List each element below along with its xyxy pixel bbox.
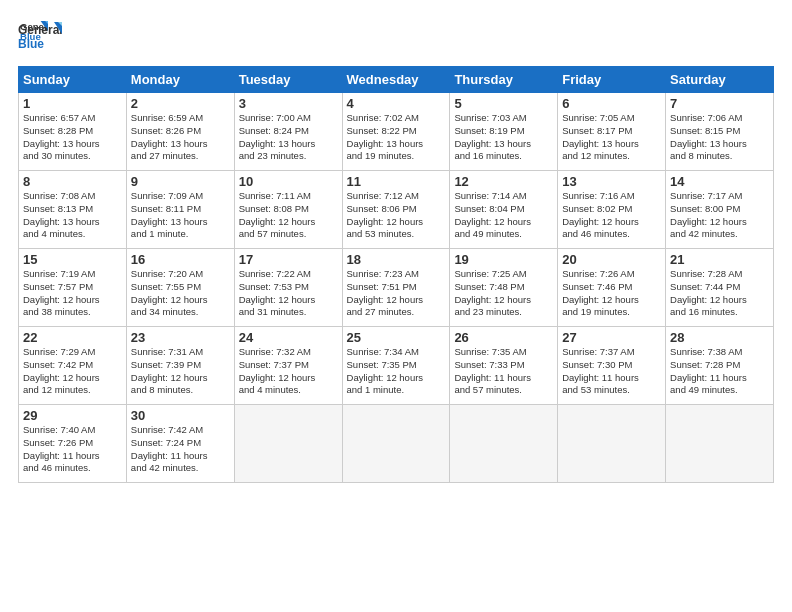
day-number: 9 <box>131 174 230 189</box>
weekday-header-sunday: Sunday <box>19 67 127 93</box>
calendar-week-5: 29Sunrise: 7:40 AMSunset: 7:26 PMDayligh… <box>19 405 774 483</box>
cell-text: Sunrise: 7:38 AMSunset: 7:28 PMDaylight:… <box>670 346 769 397</box>
calendar-cell <box>558 405 666 483</box>
day-number: 17 <box>239 252 338 267</box>
calendar-week-1: 1Sunrise: 6:57 AMSunset: 8:28 PMDaylight… <box>19 93 774 171</box>
calendar-cell: 15Sunrise: 7:19 AMSunset: 7:57 PMDayligh… <box>19 249 127 327</box>
calendar-cell: 14Sunrise: 7:17 AMSunset: 8:00 PMDayligh… <box>666 171 774 249</box>
logo: General Blue General Blue <box>18 18 62 56</box>
calendar-cell <box>342 405 450 483</box>
calendar-cell: 17Sunrise: 7:22 AMSunset: 7:53 PMDayligh… <box>234 249 342 327</box>
cell-text: Sunrise: 7:34 AMSunset: 7:35 PMDaylight:… <box>347 346 446 397</box>
day-number: 15 <box>23 252 122 267</box>
day-number: 12 <box>454 174 553 189</box>
cell-text: Sunrise: 7:05 AMSunset: 8:17 PMDaylight:… <box>562 112 661 163</box>
calendar-cell: 19Sunrise: 7:25 AMSunset: 7:48 PMDayligh… <box>450 249 558 327</box>
cell-text: Sunrise: 7:06 AMSunset: 8:15 PMDaylight:… <box>670 112 769 163</box>
cell-text: Sunrise: 7:42 AMSunset: 7:24 PMDaylight:… <box>131 424 230 475</box>
calendar-cell: 16Sunrise: 7:20 AMSunset: 7:55 PMDayligh… <box>126 249 234 327</box>
calendar-cell: 13Sunrise: 7:16 AMSunset: 8:02 PMDayligh… <box>558 171 666 249</box>
cell-text: Sunrise: 7:28 AMSunset: 7:44 PMDaylight:… <box>670 268 769 319</box>
calendar-cell <box>666 405 774 483</box>
day-number: 1 <box>23 96 122 111</box>
day-number: 22 <box>23 330 122 345</box>
calendar-cell: 8Sunrise: 7:08 AMSunset: 8:13 PMDaylight… <box>19 171 127 249</box>
svg-text:Blue: Blue <box>18 37 44 51</box>
calendar-cell: 1Sunrise: 6:57 AMSunset: 8:28 PMDaylight… <box>19 93 127 171</box>
cell-text: Sunrise: 7:32 AMSunset: 7:37 PMDaylight:… <box>239 346 338 397</box>
calendar-week-2: 8Sunrise: 7:08 AMSunset: 8:13 PMDaylight… <box>19 171 774 249</box>
day-number: 13 <box>562 174 661 189</box>
calendar-cell: 4Sunrise: 7:02 AMSunset: 8:22 PMDaylight… <box>342 93 450 171</box>
calendar-cell: 12Sunrise: 7:14 AMSunset: 8:04 PMDayligh… <box>450 171 558 249</box>
weekday-header-row: SundayMondayTuesdayWednesdayThursdayFrid… <box>19 67 774 93</box>
cell-text: Sunrise: 7:22 AMSunset: 7:53 PMDaylight:… <box>239 268 338 319</box>
calendar-cell: 22Sunrise: 7:29 AMSunset: 7:42 PMDayligh… <box>19 327 127 405</box>
cell-text: Sunrise: 7:19 AMSunset: 7:57 PMDaylight:… <box>23 268 122 319</box>
day-number: 8 <box>23 174 122 189</box>
calendar-cell: 9Sunrise: 7:09 AMSunset: 8:11 PMDaylight… <box>126 171 234 249</box>
cell-text: Sunrise: 7:26 AMSunset: 7:46 PMDaylight:… <box>562 268 661 319</box>
day-number: 14 <box>670 174 769 189</box>
weekday-header-wednesday: Wednesday <box>342 67 450 93</box>
cell-text: Sunrise: 7:20 AMSunset: 7:55 PMDaylight:… <box>131 268 230 319</box>
weekday-header-tuesday: Tuesday <box>234 67 342 93</box>
calendar-cell: 18Sunrise: 7:23 AMSunset: 7:51 PMDayligh… <box>342 249 450 327</box>
day-number: 6 <box>562 96 661 111</box>
day-number: 29 <box>23 408 122 423</box>
cell-text: Sunrise: 7:17 AMSunset: 8:00 PMDaylight:… <box>670 190 769 241</box>
calendar-cell <box>450 405 558 483</box>
weekday-header-thursday: Thursday <box>450 67 558 93</box>
day-number: 19 <box>454 252 553 267</box>
weekday-header-friday: Friday <box>558 67 666 93</box>
day-number: 26 <box>454 330 553 345</box>
cell-text: Sunrise: 7:40 AMSunset: 7:26 PMDaylight:… <box>23 424 122 475</box>
calendar-cell: 30Sunrise: 7:42 AMSunset: 7:24 PMDayligh… <box>126 405 234 483</box>
calendar-cell: 7Sunrise: 7:06 AMSunset: 8:15 PMDaylight… <box>666 93 774 171</box>
calendar-cell: 23Sunrise: 7:31 AMSunset: 7:39 PMDayligh… <box>126 327 234 405</box>
day-number: 5 <box>454 96 553 111</box>
day-number: 18 <box>347 252 446 267</box>
cell-text: Sunrise: 7:11 AMSunset: 8:08 PMDaylight:… <box>239 190 338 241</box>
cell-text: Sunrise: 7:16 AMSunset: 8:02 PMDaylight:… <box>562 190 661 241</box>
cell-text: Sunrise: 7:00 AMSunset: 8:24 PMDaylight:… <box>239 112 338 163</box>
day-number: 16 <box>131 252 230 267</box>
day-number: 21 <box>670 252 769 267</box>
cell-text: Sunrise: 7:35 AMSunset: 7:33 PMDaylight:… <box>454 346 553 397</box>
cell-text: Sunrise: 7:31 AMSunset: 7:39 PMDaylight:… <box>131 346 230 397</box>
calendar-cell: 10Sunrise: 7:11 AMSunset: 8:08 PMDayligh… <box>234 171 342 249</box>
day-number: 24 <box>239 330 338 345</box>
day-number: 3 <box>239 96 338 111</box>
calendar-cell: 28Sunrise: 7:38 AMSunset: 7:28 PMDayligh… <box>666 327 774 405</box>
day-number: 25 <box>347 330 446 345</box>
day-number: 2 <box>131 96 230 111</box>
day-number: 30 <box>131 408 230 423</box>
day-number: 4 <box>347 96 446 111</box>
calendar-cell: 5Sunrise: 7:03 AMSunset: 8:19 PMDaylight… <box>450 93 558 171</box>
calendar-cell: 11Sunrise: 7:12 AMSunset: 8:06 PMDayligh… <box>342 171 450 249</box>
calendar-cell: 20Sunrise: 7:26 AMSunset: 7:46 PMDayligh… <box>558 249 666 327</box>
calendar-cell: 29Sunrise: 7:40 AMSunset: 7:26 PMDayligh… <box>19 405 127 483</box>
day-number: 7 <box>670 96 769 111</box>
calendar-cell: 2Sunrise: 6:59 AMSunset: 8:26 PMDaylight… <box>126 93 234 171</box>
calendar-table: SundayMondayTuesdayWednesdayThursdayFrid… <box>18 66 774 483</box>
cell-text: Sunrise: 7:37 AMSunset: 7:30 PMDaylight:… <box>562 346 661 397</box>
calendar-week-3: 15Sunrise: 7:19 AMSunset: 7:57 PMDayligh… <box>19 249 774 327</box>
calendar-cell: 3Sunrise: 7:00 AMSunset: 8:24 PMDaylight… <box>234 93 342 171</box>
calendar-cell: 24Sunrise: 7:32 AMSunset: 7:37 PMDayligh… <box>234 327 342 405</box>
svg-text:General: General <box>18 23 62 37</box>
cell-text: Sunrise: 6:59 AMSunset: 8:26 PMDaylight:… <box>131 112 230 163</box>
cell-text: Sunrise: 7:23 AMSunset: 7:51 PMDaylight:… <box>347 268 446 319</box>
day-number: 28 <box>670 330 769 345</box>
calendar-cell: 6Sunrise: 7:05 AMSunset: 8:17 PMDaylight… <box>558 93 666 171</box>
cell-text: Sunrise: 7:29 AMSunset: 7:42 PMDaylight:… <box>23 346 122 397</box>
header: General Blue General Blue <box>18 18 774 56</box>
cell-text: Sunrise: 7:09 AMSunset: 8:11 PMDaylight:… <box>131 190 230 241</box>
day-number: 27 <box>562 330 661 345</box>
calendar-cell <box>234 405 342 483</box>
weekday-header-monday: Monday <box>126 67 234 93</box>
day-number: 23 <box>131 330 230 345</box>
day-number: 11 <box>347 174 446 189</box>
logo-svg: General Blue <box>18 20 62 56</box>
day-number: 10 <box>239 174 338 189</box>
